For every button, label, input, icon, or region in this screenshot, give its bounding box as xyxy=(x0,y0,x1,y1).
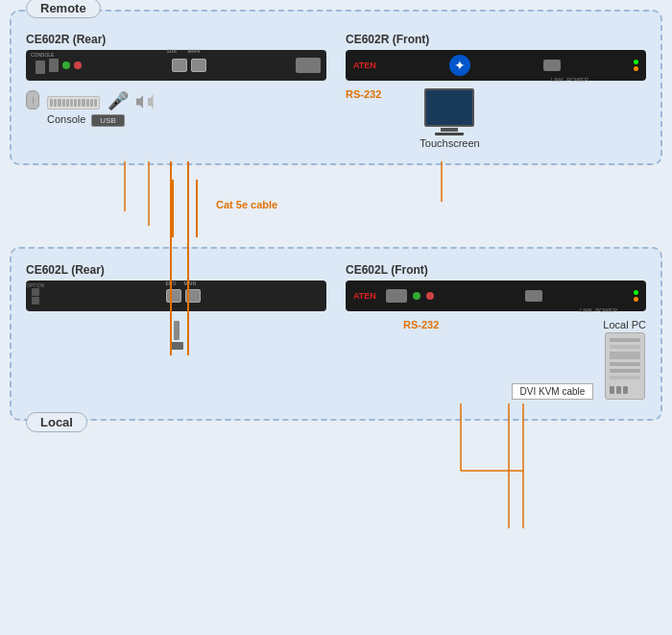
remote-rear-panel: CE602R (Rear) CONSOLE SUB xyxy=(26,33,326,149)
local-section: CE602L (Rear) OPTION ECO xyxy=(10,247,662,421)
mic-icon: 🎤 xyxy=(108,92,129,110)
rj45-main-local xyxy=(185,289,201,303)
touchscreen-label: Touchscreen xyxy=(420,137,479,149)
local-rear-title: CE602L (Rear) xyxy=(26,263,326,277)
audio-port-local-pink xyxy=(426,292,434,300)
local-pc-group: DVI KVM cable Local PC xyxy=(512,319,646,400)
star-button[interactable]: ✦ xyxy=(449,55,470,76)
remote-front-bar: ATEN ✦ LINK POWER xyxy=(346,50,646,81)
aten-logo-remote: ATEN xyxy=(353,61,376,70)
remote-front-title: CE602R (Front) xyxy=(346,33,646,46)
local-pc-label: Local PC xyxy=(603,319,646,330)
local-front-title: CE602L (Front) xyxy=(346,263,646,277)
aten-logo-local: ATEN xyxy=(353,291,376,301)
audio-port-green xyxy=(62,61,70,69)
console-label: Console xyxy=(47,113,85,125)
dvi-port xyxy=(296,58,321,73)
remote-section: Remote CE602R (Rear) CONSOLE SUB xyxy=(10,10,662,165)
usb-badge: USB xyxy=(91,112,124,126)
local-front-bar: ATEN LINK POWER xyxy=(346,281,646,311)
pc-tower xyxy=(605,332,645,400)
rs232-label-local: RS-232 xyxy=(403,319,439,330)
vga-port-local xyxy=(525,290,542,302)
main-container: Remote CE602R (Rear) CONSOLE SUB xyxy=(10,10,662,421)
local-rear-panel: CE602L (Rear) OPTION ECO xyxy=(26,263,326,400)
remote-label: Remote xyxy=(26,0,101,18)
local-label: Local xyxy=(26,412,87,432)
cat5e-line-svg xyxy=(10,180,662,237)
usb-port-1 xyxy=(36,61,45,74)
dvi-port-local xyxy=(386,289,407,303)
vga-port-remote xyxy=(543,60,561,71)
remote-rear-bar: CONSOLE SUB MAIN xyxy=(26,50,326,81)
local-rear-port2 xyxy=(32,297,39,305)
rj45-main xyxy=(191,59,206,72)
rs232-label-remote: RS-232 xyxy=(346,88,381,100)
cat5e-connection-area: Cat 5e cable xyxy=(10,180,662,237)
local-rear-bar: OPTION ECO MAIN xyxy=(26,281,326,311)
speaker-icon xyxy=(136,94,156,110)
dvi-kvm-label: DVI KVM cable xyxy=(512,383,594,400)
touchscreen-group: Touchscreen xyxy=(420,88,479,149)
local-front-panel: CE602L (Front) ATEN LINK POWER xyxy=(346,263,646,400)
rj45-sub xyxy=(172,59,187,72)
rj45-eco-local xyxy=(166,289,181,303)
keyboard-peripheral xyxy=(47,96,100,110)
usb-device-local xyxy=(26,321,326,350)
remote-rear-title: CE602R (Rear) xyxy=(26,33,326,46)
mouse-peripheral xyxy=(26,90,39,110)
usb-port-2 xyxy=(49,59,59,72)
audio-port-pink xyxy=(74,61,82,69)
cat5e-label: Cat 5e cable xyxy=(216,199,277,210)
leds-local xyxy=(634,290,638,302)
local-panels-row: CE602L (Rear) OPTION ECO xyxy=(26,263,646,400)
remote-front-panel: CE602R (Front) ATEN ✦ LINK xyxy=(346,33,646,149)
local-rear-port1 xyxy=(32,288,39,296)
leds-remote xyxy=(634,60,638,71)
audio-port-local-green xyxy=(413,292,420,300)
local-front-labels: RS-232 xyxy=(403,319,439,330)
